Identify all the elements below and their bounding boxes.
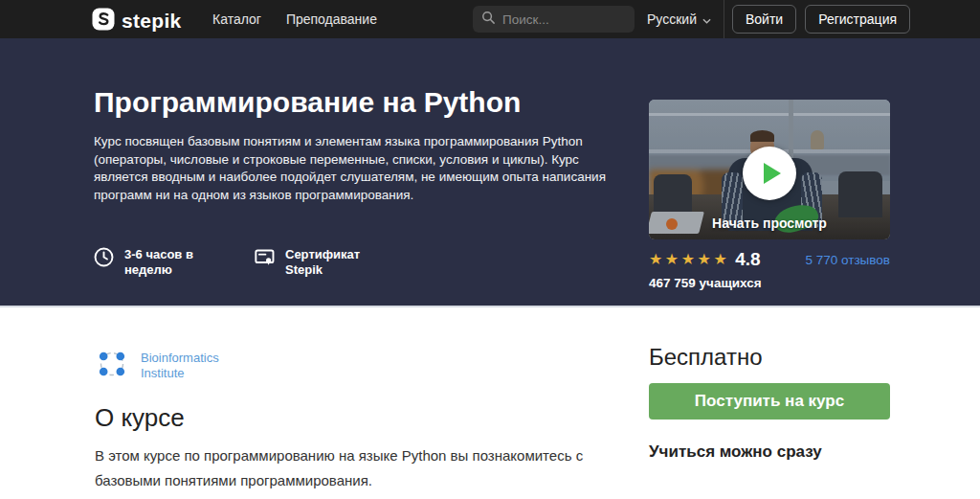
about-section-title: О курсе — [95, 403, 185, 433]
register-button[interactable]: Регистрация — [805, 5, 910, 34]
reviews-link[interactable]: 5 770 отзывов — [805, 253, 890, 267]
course-intro-video[interactable]: Начать просмотр — [649, 100, 890, 239]
course-title: Программирование на Python — [94, 86, 521, 119]
rating-value: 4.8 — [735, 249, 760, 270]
video-cta-label: Начать просмотр — [649, 215, 890, 231]
nav-links: Каталог Преподавание — [212, 0, 377, 38]
clock-icon — [94, 247, 114, 271]
search-bar[interactable] — [473, 6, 635, 33]
play-button[interactable] — [743, 147, 796, 200]
enroll-button[interactable]: Поступить на курс — [649, 383, 890, 420]
stepik-wordmark: stepik — [122, 10, 182, 33]
navbar-divider — [724, 0, 724, 38]
language-label: Русский — [647, 11, 697, 27]
stepik-course-page: stepik Каталог Преподавание Русский Войт… — [0, 0, 980, 499]
course-hero: Программирование на Python Курс посвящен… — [0, 38, 980, 307]
auth-buttons: Войти Регистрация — [732, 5, 910, 34]
top-navbar: stepik Каталог Преподавание Русский Войт… — [0, 0, 980, 38]
stat-hours-label: 3-6 часов в неделю — [124, 247, 212, 278]
search-icon — [481, 11, 496, 29]
chevron-down-icon — [702, 11, 711, 27]
course-stats: 3-6 часов в неделю Сертификат Stepik — [94, 247, 373, 278]
star-rating-icon: ★★★★★ — [649, 250, 729, 269]
provider-name[interactable]: Bioinformatics Institute — [141, 351, 244, 381]
language-selector[interactable]: Русский — [647, 0, 711, 38]
play-icon — [764, 163, 781, 184]
login-button[interactable]: Войти — [732, 5, 796, 34]
course-body: Bioinformatics Institute О курсе В этом … — [0, 309, 980, 499]
stat-hours: 3-6 часов в неделю — [94, 247, 212, 278]
certificate-icon — [255, 247, 275, 271]
about-section-text: В этом курсе по программированию на язык… — [95, 443, 616, 499]
learners-count: 467 759 учащихся — [649, 276, 890, 290]
stat-certificate-label: Сертификат Stepik — [285, 247, 373, 278]
rating-row: ★★★★★ 4.8 5 770 отзывов — [649, 249, 890, 270]
course-provider[interactable]: Bioinformatics Institute — [96, 348, 244, 384]
about-paragraph: В этом курсе по программированию на язык… — [95, 443, 616, 493]
bioinformatics-institute-logo-icon — [96, 348, 128, 384]
nav-item-catalog[interactable]: Каталог — [212, 11, 261, 27]
stat-certificate: Сертификат Stepik — [255, 247, 373, 278]
course-description: Курс посвящен базовым понятиям и элемент… — [94, 133, 626, 205]
nav-item-teaching[interactable]: Преподавание — [286, 11, 377, 27]
availability-label: Учиться можно сразу — [649, 442, 822, 462]
stepik-logo-icon — [92, 8, 115, 34]
stepik-logo[interactable]: stepik — [92, 8, 182, 34]
course-rating: ★★★★★ 4.8 5 770 отзывов 467 759 учащихся — [649, 249, 890, 290]
price-label: Бесплатно — [649, 344, 763, 371]
